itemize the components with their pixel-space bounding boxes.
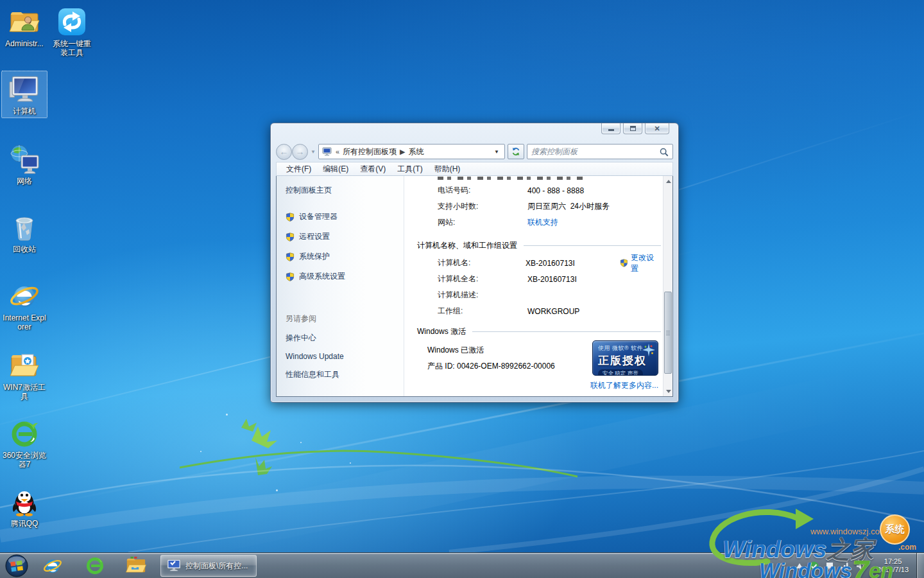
recycle-bin-icon (9, 212, 40, 243)
vertical-scrollbar[interactable] (663, 176, 672, 396)
desktop-icon-label: Administr... (2, 39, 47, 48)
search-input[interactable] (531, 147, 659, 156)
sidebar-item-device-manager[interactable]: 设备管理器 (286, 211, 404, 222)
scroll-down-icon (666, 390, 671, 393)
taskbar-360-browser-icon[interactable] (82, 555, 108, 577)
menu-tools[interactable]: 工具(T) (391, 162, 428, 176)
show-hidden-icons-button[interactable] (796, 563, 803, 568)
taskbar-internet-explorer-icon[interactable] (40, 555, 65, 577)
qq-icon (9, 486, 40, 517)
recent-pages-dropdown-icon[interactable]: ▼ (311, 149, 316, 155)
genuine-star-icon (642, 343, 656, 357)
volume-tray-icon[interactable] (856, 562, 865, 570)
desktop-icon-reinstall-tool[interactable]: 系统一键重装工具 (50, 4, 94, 59)
close-button[interactable]: ✕ (645, 123, 669, 134)
close-icon: ✕ (654, 125, 660, 132)
section-title: Windows 激活 (417, 326, 472, 337)
desktop-icon-label: 腾讯QQ (2, 519, 47, 528)
security-check-tray-icon[interactable] (809, 561, 819, 571)
product-id: 产品 ID: 00426-OEM-8992662-00006 (427, 361, 555, 372)
minimize-button[interactable] (601, 123, 620, 134)
breadcrumb-overflow[interactable]: « (336, 148, 339, 155)
window-titlebar[interactable]: ✕ (276, 123, 673, 141)
menu-file[interactable]: 文件(F) (280, 162, 317, 176)
desktop-icon-recycle-bin[interactable]: 回收站 (1, 209, 47, 256)
scroll-up-icon (666, 180, 671, 183)
back-button[interactable]: ← (276, 144, 292, 160)
menu-edit[interactable]: 编辑(E) (317, 162, 354, 176)
refresh-icon (511, 147, 520, 156)
breadcrumb-all-control-panel-items[interactable]: 所有控制面板项 (343, 146, 397, 157)
menu-view[interactable]: 查看(V) (354, 162, 391, 176)
taskbar-active-task-control-panel[interactable]: 控制面板\所有控... (160, 555, 257, 577)
menu-help[interactable]: 帮助(H) (429, 162, 466, 176)
desktop-icon-win7-activator[interactable]: WIN7激活工具 (1, 347, 47, 403)
sidebar-item-remote-settings[interactable]: 远程设置 (286, 231, 404, 242)
address-location-icon (322, 146, 332, 157)
taskbar-explorer-icon[interactable] (123, 555, 149, 577)
breadcrumb-system[interactable]: 系统 (409, 146, 424, 157)
scroll-up-button[interactable] (663, 176, 672, 186)
sidebar-item-windows-update[interactable]: Windows Update (286, 352, 344, 361)
uac-shield-icon (286, 272, 295, 281)
desktop-icon-tencent-qq[interactable]: 腾讯QQ (1, 484, 47, 530)
desktop-icon-administrator[interactable]: Administr... (1, 4, 47, 50)
address-bar[interactable]: « 所有控制面板项 ▶ 系统 ▼ (318, 144, 505, 159)
sidebar-item-action-center[interactable]: 操作中心 (286, 333, 344, 344)
user-folder-icon (9, 6, 40, 37)
forward-button[interactable]: → (292, 144, 308, 160)
uac-shield-icon (286, 213, 295, 222)
desktop-icon-label: Internet Explorer (2, 313, 47, 331)
search-icon[interactable] (659, 147, 669, 157)
desktop-icon-label: 计算机 (3, 107, 46, 116)
address-dropdown-icon[interactable]: ▼ (492, 149, 501, 155)
window-client-area: 控制面板主页 设备管理器 远程设置 系统 (276, 176, 673, 397)
scrollbar-thumb[interactable] (664, 292, 672, 374)
network-tray-icon[interactable] (841, 562, 850, 570)
show-desktop-button[interactable] (916, 553, 924, 578)
see-also-group: 另请参阅 操作中心 Windows Update 性能信息和工具 (286, 313, 344, 389)
sidebar-item-control-panel-home[interactable]: 控制面板主页 (286, 185, 404, 196)
computer-name-row: 计算机名: XB-20160713I 更改设置 (417, 255, 661, 271)
uac-shield-icon (620, 259, 628, 267)
field-value: 周日至周六 24小时服务 (527, 201, 610, 212)
action-center-tray-icon[interactable] (825, 561, 834, 570)
windows-activation-section: Windows 激活 Windows 已激活 产品 ID: 00426-OEM-… (417, 326, 661, 374)
search-box[interactable] (527, 144, 673, 159)
refresh-button[interactable] (508, 144, 524, 159)
desktop-icon-label: 网络 (2, 177, 47, 186)
change-settings-link[interactable]: 更改设置 (620, 252, 661, 274)
sidebar-item-system-protection[interactable]: 系统保护 (286, 251, 404, 262)
badge-bottom-text: 安全 稳定 声誉 (598, 369, 643, 376)
navigation-pane: 控制面板主页 设备管理器 远程设置 系统 (277, 176, 404, 396)
desktop-icon-internet-explorer[interactable]: Internet Explorer (1, 278, 47, 333)
sidebar-item-label: 设备管理器 (299, 211, 338, 222)
support-row-phone: 电话号码: 400 - 888 - 8888 (417, 182, 661, 198)
field-value: WORKGROUP (527, 307, 579, 316)
clipped-scrolled-text (438, 177, 586, 180)
taskbar-clock[interactable]: 17:25 2016/7/13 (877, 557, 909, 574)
desktop-icon-network[interactable]: 网络 (1, 141, 47, 188)
system-page-content: 电话号码: 400 - 888 - 8888 支持小时数: 周日至周六 24小时… (404, 176, 672, 396)
internet-explorer-icon (8, 280, 40, 312)
desktop-icon-label: 360安全浏览器7 (2, 451, 47, 469)
desktop-icon-360-browser[interactable]: 360安全浏览器7 (1, 416, 47, 471)
control-panel-task-icon (166, 559, 182, 573)
clock-date: 2016/7/13 (877, 566, 909, 574)
activator-folder-icon (9, 350, 40, 381)
online-support-link[interactable]: 联机支持 (527, 217, 558, 228)
360-browser-icon (9, 418, 40, 449)
workgroup-row: 工作组: WORKGROUP (417, 303, 661, 319)
maximize-button[interactable] (623, 123, 642, 134)
genuine-microsoft-badge[interactable]: 使用 微软® 软件 正版授权 安全 稳定 声誉 (592, 340, 658, 376)
start-button[interactable] (4, 555, 30, 577)
sidebar-item-performance-tools[interactable]: 性能信息和工具 (286, 369, 344, 380)
scroll-down-button[interactable] (663, 386, 672, 396)
sidebar-item-advanced-system-settings[interactable]: 高级系统设置 (286, 271, 404, 282)
learn-more-online-link[interactable]: 联机了解更多内容... (590, 380, 658, 391)
desktop-icon-computer[interactable]: 计算机 (1, 71, 47, 118)
navigation-bar: ← → ▼ « 所有控制面板项 ▶ 系统 ▼ (276, 141, 673, 162)
field-value: 400 - 888 - 8888 (527, 186, 584, 195)
computer-name-section-header: 计算机名称、域和工作组设置 (417, 240, 661, 251)
field-value: XB-20160713I (527, 275, 577, 284)
